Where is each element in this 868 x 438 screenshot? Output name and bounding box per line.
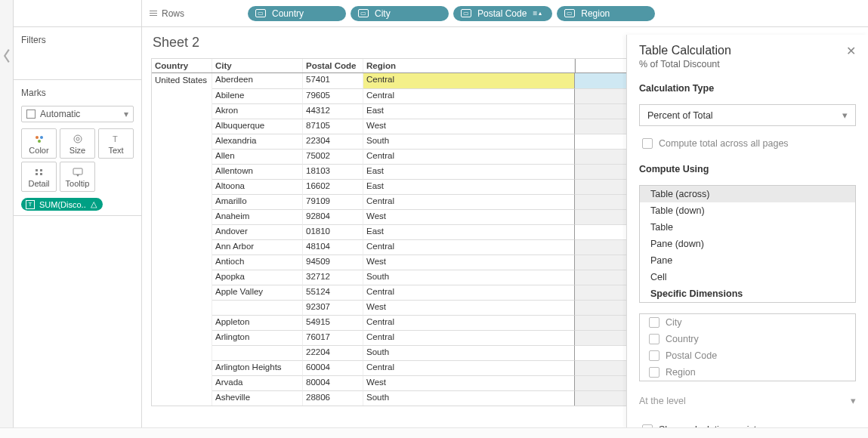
calc-type-value: Percent of Total — [647, 110, 713, 121]
sort-icon[interactable]: ≡▴ — [533, 9, 542, 17]
collapse-left-icon[interactable] — [2, 45, 12, 60]
rows-shelf[interactable]: Rows CountryCityPostal Code≡▴Region — [142, 0, 868, 27]
text-button[interactable]: T Text — [98, 128, 134, 159]
compute-using-option[interactable]: Cell — [640, 269, 855, 285]
cell-postal: 87105 — [303, 119, 363, 134]
detail-icon — [33, 167, 45, 177]
measure-pill-label: SUM(Disco.. — [39, 200, 86, 209]
dimension-pill-country[interactable]: Country — [248, 6, 346, 21]
dimension-checkbox-row[interactable]: Region — [640, 364, 855, 381]
detail-button[interactable]: Detail — [21, 162, 57, 192]
dimension-icon — [358, 9, 369, 17]
col-header-city[interactable]: City — [212, 59, 303, 72]
checkbox-icon — [642, 138, 653, 149]
cell-region: Central — [363, 88, 575, 103]
marks-card: Marks Automatic ▾ Color Size T Text — [14, 80, 141, 216]
panel-subtitle: % of Total Discount — [639, 59, 731, 69]
cell-city: Allentown — [212, 164, 303, 179]
cell-region: Central — [363, 330, 575, 345]
cell-city: Antioch — [212, 254, 303, 270]
dimension-checkbox-row[interactable]: Postal Code — [640, 347, 855, 364]
marks-type-value: Automatic — [40, 109, 80, 119]
cell-postal: 94509 — [303, 254, 363, 270]
checkbox-icon — [649, 350, 659, 361]
cell-region: South — [363, 390, 575, 406]
compute-using-option[interactable]: Specific Dimensions — [640, 285, 855, 302]
col-header-region[interactable]: Region — [363, 59, 575, 72]
cell-city: Akron — [212, 103, 303, 119]
compute-using-option[interactable]: Table — [640, 219, 855, 236]
cell-city: Albuquerque — [212, 119, 303, 134]
dimension-pill-postal-code[interactable]: Postal Code≡▴ — [453, 6, 552, 21]
cell-city: Apopka — [212, 270, 303, 285]
cell-postal: 79605 — [303, 88, 363, 103]
calc-type-dropdown[interactable]: Percent of Total ▾ — [639, 104, 856, 126]
size-button[interactable]: Size — [60, 128, 95, 159]
cell-postal: 44312 — [303, 103, 363, 119]
dimension-checkbox-row[interactable]: Country — [640, 331, 855, 347]
compute-using-list[interactable]: Table (across)Table (down)TablePane (dow… — [639, 185, 856, 303]
col-header-country[interactable]: Country — [152, 59, 212, 72]
tooltip-button[interactable]: Tooltip — [60, 162, 95, 192]
color-button[interactable]: Color — [21, 128, 57, 159]
svg-point-0 — [36, 136, 39, 139]
tablecalc-icon: △ — [91, 199, 97, 209]
caret-down-icon: ▾ — [842, 110, 848, 121]
compute-total-across-checkbox[interactable]: Compute total across all pages — [639, 137, 856, 150]
cell-city: Anaheim — [212, 209, 303, 224]
rows-shelf-label: Rows — [150, 8, 240, 19]
cell-postal: 28806 — [303, 390, 363, 406]
dimension-pill-city[interactable]: City — [351, 6, 449, 21]
cell-region: East — [363, 224, 575, 239]
cell-region: East — [363, 179, 575, 194]
cell-region: Central — [363, 73, 575, 88]
cell-region: Central — [363, 194, 575, 209]
dimension-icon — [564, 9, 575, 17]
cell-postal: 22204 — [303, 345, 363, 360]
cell-region: West — [363, 375, 575, 390]
at-the-level-dropdown: At the level ▾ — [639, 395, 856, 406]
cell-city: Amarillo — [212, 194, 303, 209]
cell-postal: 18103 — [303, 164, 363, 179]
cell-city — [212, 345, 303, 360]
pill-label: Country — [272, 8, 304, 19]
cell-region: Central — [363, 285, 575, 300]
cell-city: Arlington — [212, 330, 303, 345]
dimension-icon — [461, 9, 471, 17]
cell-region: Central — [363, 239, 575, 254]
close-icon[interactable]: ✕ — [846, 44, 856, 58]
dimension-pill-region[interactable]: Region — [557, 6, 655, 21]
cell-region: South — [363, 345, 575, 360]
cell-city: Aberdeen — [212, 73, 303, 88]
cell-city: Ann Arbor — [212, 239, 303, 254]
svg-rect-10 — [73, 168, 82, 174]
svg-point-4 — [76, 137, 79, 140]
compute-using-option[interactable]: Pane — [640, 252, 855, 269]
compute-using-option[interactable]: Pane (down) — [640, 236, 855, 252]
cell-city — [212, 300, 303, 315]
country-cell[interactable]: United States — [152, 73, 212, 406]
cell-region: East — [363, 164, 575, 179]
svg-point-1 — [40, 136, 43, 139]
svg-rect-9 — [40, 173, 42, 175]
cell-postal: 54915 — [303, 315, 363, 330]
dimension-checkbox-row[interactable]: City — [640, 314, 855, 331]
compute-using-option[interactable]: Table (across) — [640, 186, 855, 202]
cell-city: Arlington Heights — [212, 360, 303, 375]
cell-region: West — [363, 119, 575, 134]
cell-postal: 75002 — [303, 149, 363, 164]
svg-point-3 — [74, 135, 82, 143]
cell-city: Alexandria — [212, 134, 303, 149]
filters-heading: Filters — [21, 32, 134, 50]
cell-city: Asheville — [212, 390, 303, 406]
cell-city: Abilene — [212, 88, 303, 103]
marks-type-dropdown[interactable]: Automatic ▾ — [21, 106, 134, 122]
left-gutter — [0, 0, 14, 438]
cell-postal: 01810 — [303, 224, 363, 239]
text-mark-icon: T — [26, 200, 35, 209]
compute-using-option[interactable]: Table (down) — [640, 202, 855, 219]
col-header-postal[interactable]: Postal Code — [303, 59, 363, 72]
text-icon: T — [110, 134, 122, 144]
filters-card: Filters — [14, 27, 141, 80]
measure-pill[interactable]: T SUM(Disco.. △ — [21, 198, 103, 211]
